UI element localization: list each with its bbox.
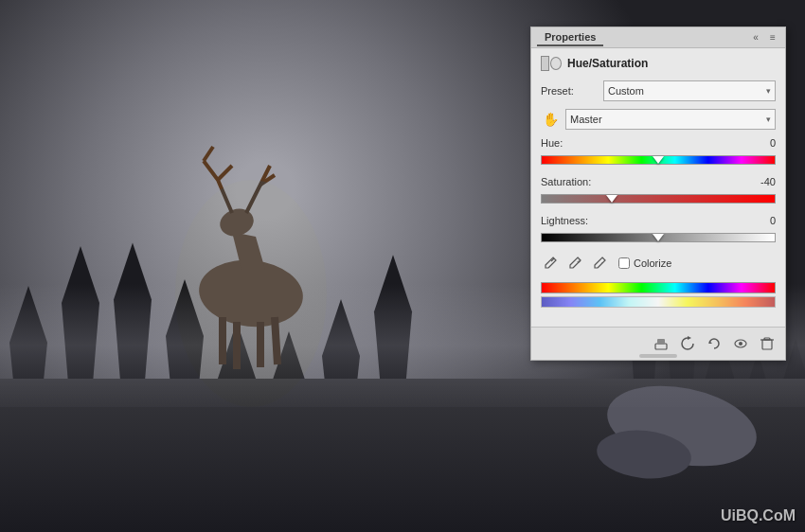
saturation-header: Saturation: -40 (541, 176, 776, 187)
panel-body: Hue/Saturation Preset: Custom ▾ ✋ Master… (531, 48, 785, 327)
svg-text:+: + (577, 258, 581, 265)
color-bars (541, 282, 776, 308)
lightness-track (541, 233, 776, 242)
preset-value: Custom (608, 85, 644, 97)
panel-tabs: Properties (537, 29, 603, 46)
clip-button[interactable] (651, 333, 671, 354)
channel-dropdown[interactable]: Master ▾ (565, 109, 776, 130)
lightness-thumb[interactable] (653, 231, 664, 244)
hue-value: 0 (747, 137, 776, 149)
tab-properties[interactable]: Properties (537, 29, 603, 46)
reset-button[interactable] (704, 333, 724, 354)
svg-rect-7 (762, 340, 772, 349)
icon-circle (550, 57, 562, 70)
colorize-label[interactable]: Colorize (634, 257, 671, 269)
watermark: UiBQ.CoM (721, 507, 796, 524)
eyedropper-plus-button[interactable]: + (565, 254, 584, 273)
panel-controls: « ≡ (749, 31, 779, 44)
hue-section: Hue: 0 (541, 137, 776, 168)
eyedropper-button[interactable] (541, 254, 560, 273)
svg-rect-4 (657, 339, 665, 345)
scroll-indicator (639, 354, 677, 358)
saturation-value: -40 (747, 176, 776, 187)
preset-dropdown-arrow: ▾ (766, 86, 771, 96)
saturation-slider-container[interactable] (541, 190, 776, 207)
hue-thumb[interactable] (653, 153, 664, 167)
lightness-label: Lightness: (541, 215, 588, 226)
panel-collapse-button[interactable]: « (749, 31, 762, 44)
colorize-checkbox[interactable] (618, 257, 630, 269)
colorize-row: + - Colorize (541, 254, 776, 273)
preset-row: Preset: Custom ▾ (541, 80, 776, 101)
eyedropper-minus-button[interactable]: - (590, 254, 609, 273)
hand-icon[interactable]: ✋ (541, 110, 560, 129)
svg-point-6 (739, 342, 742, 346)
saturation-track (541, 194, 776, 204)
lightness-section: Lightness: 0 (541, 215, 776, 246)
preset-dropdown[interactable]: Custom ▾ (603, 80, 776, 101)
icon-box (541, 56, 549, 71)
delete-button[interactable] (757, 333, 778, 354)
channel-dropdown-arrow: ▾ (766, 115, 771, 124)
previous-button[interactable] (677, 333, 698, 354)
hue-label: Hue: (541, 137, 563, 149)
hue-slider-container[interactable] (541, 151, 776, 168)
channel-row: ✋ Master ▾ (541, 109, 776, 130)
properties-panel: Properties « ≡ Hue/Saturation Preset: Cu… (530, 27, 786, 361)
result-color-bar (541, 296, 776, 308)
saturation-section: Saturation: -40 (541, 176, 776, 207)
panel-header: Properties « ≡ (531, 27, 785, 48)
hue-color-bar (541, 282, 776, 293)
lightness-header: Lightness: 0 (541, 215, 776, 226)
preset-label: Preset: (541, 85, 598, 97)
svg-rect-9 (764, 338, 770, 340)
panel-menu-button[interactable]: ≡ (766, 31, 779, 44)
lightness-value: 0 (747, 215, 776, 226)
visibility-button[interactable] (730, 333, 751, 354)
panel-title: Hue/Saturation (567, 57, 648, 70)
hue-sat-icon (541, 56, 562, 71)
saturation-thumb[interactable] (606, 192, 617, 205)
channel-value: Master (570, 114, 602, 125)
hue-header: Hue: 0 (541, 137, 776, 149)
colorize-checkbox-container[interactable]: Colorize (618, 257, 671, 269)
title-row: Hue/Saturation (541, 56, 776, 71)
saturation-label: Saturation: (541, 176, 591, 187)
lightness-slider-container[interactable] (541, 229, 776, 246)
hue-track (541, 155, 776, 165)
